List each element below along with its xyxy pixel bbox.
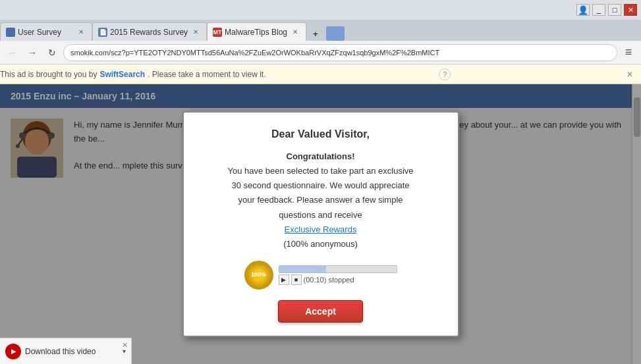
youtube-icon [5,344,21,359]
tab-favicon-2: 📄 [98,28,107,37]
ad-brand: SwiftSearch [99,70,145,79]
tab-user-survey[interactable]: User Survey ✕ [0,22,92,41]
download-bar: Download this video ▾ ✕ [0,338,132,364]
modal-line4: questions and receive [279,210,362,220]
maximize-button[interactable]: □ [608,4,621,16]
ad-bar: This ad is brought to you by SwiftSearch… [0,65,641,84]
tab-folder [326,26,345,41]
back-button[interactable]: ← [4,44,21,61]
reload-button[interactable]: ↻ [43,44,61,61]
system-icon: 👤 [576,4,590,16]
modal-dialog: Dear Valued Visitor, Congratulations! Yo… [182,111,459,337]
media-time-text: (00:10) stopped [304,276,354,284]
tab-close-1[interactable]: ✕ [76,27,86,38]
play-button[interactable]: ▶ [279,274,289,285]
address-bar[interactable]: smokik.com/scz?p=YTE2OTY2NDY0MTTsd56AuNa… [63,44,617,61]
menu-button[interactable]: ≡ [620,44,637,61]
ad-text-before: This ad is brought to you by [0,70,97,79]
modal-title: Dear Valued Visitor, [197,128,445,140]
accept-button[interactable]: Accept [278,300,363,323]
address-text: smokik.com/scz?p=YTE2OTY2NDY0MTTsd56AuNa… [70,49,439,57]
title-bar: 👤 _ □ ✕ [0,0,641,20]
modal-line3: your feedback. Please answer a few simpl… [238,195,403,205]
medal-icon: 100% [244,261,273,290]
modal-line1: You have been selected to take part an e… [227,166,413,176]
modal-body: Congratulations! You have been selected … [197,149,445,251]
ad-close-button[interactable]: ✕ [624,68,636,80]
modal-overlay: Dear Valued Visitor, Congratulations! Yo… [0,84,641,364]
modal-media: 100% ▶ ■ (00:10) stopped [197,261,445,290]
content-area: 2015 Enzu inc – January 11, 2016 [0,84,641,364]
download-text: Download this video [25,347,119,356]
tab-malwaretips[interactable]: MT MalwareTips Blog ✕ [207,22,306,41]
tab-rewards-survey[interactable]: 📄 2015 Rewards Survey ✕ [92,22,207,41]
media-progress-bar [279,265,397,273]
stop-button[interactable]: ■ [291,274,302,285]
exclusive-rewards-link[interactable]: Exclusive Rewards [285,224,357,234]
tab-bar: User Survey ✕ 📄 2015 Rewards Survey ✕ MT… [0,20,641,41]
media-player: ▶ ■ (00:10) stopped [279,265,397,285]
navigation-bar: ← → ↻ smokik.com/scz?p=YTE2OTY2NDY0MTTsd… [0,41,641,65]
media-progress-fill [279,266,326,273]
tab-favicon-3: MT [213,28,222,37]
ad-help-button[interactable]: ? [439,68,451,80]
browser-window: 👤 _ □ ✕ User Survey ✕ 📄 2015 Rewards Sur… [0,0,641,364]
tab-close-2[interactable]: ✕ [190,27,201,38]
modal-line2: 30 second questionnaire. We would apprec… [231,180,409,190]
close-button[interactable]: ✕ [624,4,637,16]
tab-label-2: 2015 Rewards Survey [110,28,188,37]
tab-label-3: MalwareTips Blog [225,28,287,37]
tab-favicon-1 [6,28,15,37]
congratulations-text: Congratulations! [287,151,355,161]
forward-button[interactable]: → [24,44,41,61]
tab-label-1: User Survey [18,28,73,37]
download-close-button[interactable]: ✕ [119,340,130,350]
medal-text: 100% [251,272,266,278]
ad-text-after: . Please take a moment to view it. [148,70,265,79]
minimize-button[interactable]: _ [592,4,605,16]
media-controls: ▶ ■ (00:10) stopped [279,274,397,285]
anonymous-text: (100% anonymous) [283,239,358,249]
tab-close-3[interactable]: ✕ [290,27,300,38]
new-tab-button[interactable]: + [306,26,325,41]
